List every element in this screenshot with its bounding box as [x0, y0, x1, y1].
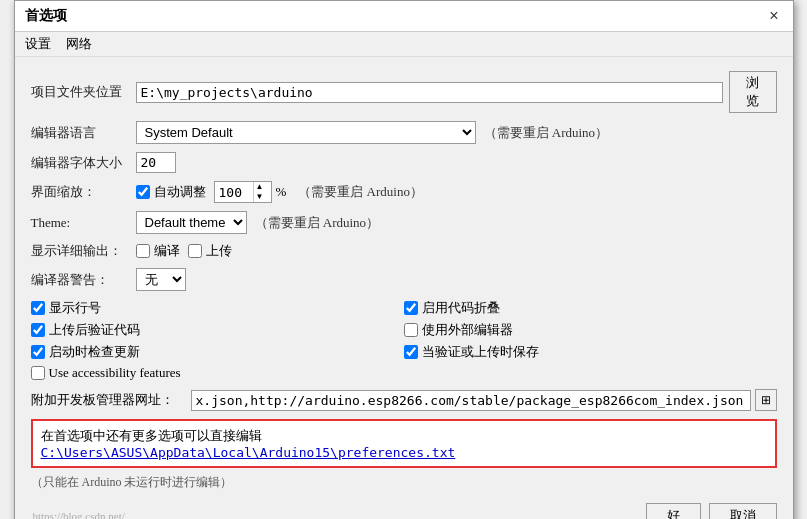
scale-up-arrow[interactable]: ▲ — [254, 182, 266, 192]
prefs-edit-label: 在首选项中还有更多选项可以直接编辑 — [41, 427, 767, 445]
save-verify-row: 当验证或上传时保存 — [404, 343, 777, 361]
scale-input[interactable] — [215, 183, 253, 202]
project-folder-row: 项目文件夹位置 浏览 — [31, 71, 777, 113]
editor-lang-select[interactable]: System Default — [136, 121, 476, 144]
scale-arrows: ▲ ▼ — [253, 182, 266, 202]
show-line-checkbox[interactable] — [31, 301, 45, 315]
upload-verify-row: 上传后验证代码 — [31, 321, 404, 339]
code-folding-row: 启用代码折叠 — [404, 299, 777, 317]
editor-lang-note: （需要重启 Arduino） — [484, 124, 609, 142]
upload-verify-label: 上传后验证代码 — [49, 321, 140, 339]
code-folding-label: 启用代码折叠 — [422, 299, 500, 317]
save-verify-label: 当验证或上传时保存 — [422, 343, 539, 361]
editor-font-label: 编辑器字体大小 — [31, 154, 136, 172]
content-area: 项目文件夹位置 浏览 编辑器语言 System Default （需要重启 Ar… — [15, 57, 793, 519]
startup-update-row: 启动时检查更新 — [31, 343, 404, 361]
col-left: 显示行号 上传后验证代码 启动时检查更新 Use accessibility f… — [31, 299, 404, 385]
preferences-dialog: 首选项 × 设置 网络 项目文件夹位置 浏览 编辑器语言 System Defa… — [14, 0, 794, 519]
close-button[interactable]: × — [765, 7, 782, 25]
show-line-label: 显示行号 — [49, 299, 101, 317]
save-verify-checkbox[interactable] — [404, 345, 418, 359]
checkboxes-section: 显示行号 上传后验证代码 启动时检查更新 Use accessibility f… — [31, 299, 777, 385]
external-editor-label: 使用外部编辑器 — [422, 321, 513, 339]
title-bar: 首选项 × — [15, 1, 793, 32]
editor-font-input[interactable] — [136, 152, 176, 173]
accessibility-label: Use accessibility features — [49, 365, 181, 381]
theme-note: （需要重启 Arduino） — [255, 214, 380, 232]
verbose-row: 显示详细输出： 编译 上传 — [31, 242, 777, 260]
verbose-upload-checkbox[interactable] — [188, 244, 202, 258]
startup-update-label: 启动时检查更新 — [49, 343, 140, 361]
prefs-note: （只能在 Arduino 未运行时进行编辑） — [31, 474, 777, 491]
editor-font-row: 编辑器字体大小 — [31, 152, 777, 173]
external-editor-checkbox[interactable] — [404, 323, 418, 337]
accessibility-checkbox[interactable] — [31, 366, 45, 380]
scale-auto-checkbox[interactable] — [136, 185, 150, 199]
browse-button[interactable]: 浏览 — [729, 71, 776, 113]
watermark: https://blog.csdn.net/ — [31, 510, 125, 519]
show-line-row: 显示行号 — [31, 299, 404, 317]
scale-down-arrow[interactable]: ▼ — [254, 192, 266, 202]
code-folding-checkbox[interactable] — [404, 301, 418, 315]
ok-button[interactable]: 好 — [646, 503, 701, 519]
menu-settings[interactable]: 设置 — [25, 36, 51, 51]
menu-bar: 设置 网络 — [15, 32, 793, 57]
scale-row: 界面缩放： 自动调整 ▲ ▼ % （需要重启 Arduino） — [31, 181, 777, 203]
editor-lang-label: 编辑器语言 — [31, 124, 136, 142]
prefs-path[interactable]: C:\Users\ASUS\AppData\Local\Arduino15\pr… — [41, 445, 767, 460]
dialog-title: 首选项 — [25, 7, 67, 25]
verbose-compile-label: 编译 — [154, 242, 180, 260]
warn-select[interactable]: 无 — [136, 268, 186, 291]
warn-label: 编译器警告： — [31, 271, 136, 289]
button-row: https://blog.csdn.net/ 好 取消 — [31, 499, 777, 519]
startup-update-checkbox[interactable] — [31, 345, 45, 359]
verbose-upload-label: 上传 — [206, 242, 232, 260]
theme-select[interactable]: Default theme — [136, 211, 247, 234]
scale-auto-label: 自动调整 — [154, 183, 206, 201]
warn-row: 编译器警告： 无 — [31, 268, 777, 291]
scale-note: （需要重启 Arduino） — [298, 183, 423, 201]
project-folder-label: 项目文件夹位置 — [31, 83, 136, 101]
board-url-input[interactable] — [191, 390, 751, 411]
prefs-box: 在首选项中还有更多选项可以直接编辑 C:\Users\ASUS\AppData\… — [31, 419, 777, 468]
external-editor-row: 使用外部编辑器 — [404, 321, 777, 339]
board-url-row: 附加开发板管理器网址： ⊞ — [31, 389, 777, 411]
menu-network[interactable]: 网络 — [66, 36, 92, 51]
scale-spinner: ▲ ▼ — [214, 181, 272, 203]
upload-verify-checkbox[interactable] — [31, 323, 45, 337]
accessibility-row: Use accessibility features — [31, 365, 404, 381]
scale-percent: % — [276, 184, 287, 200]
board-url-edit-button[interactable]: ⊞ — [755, 389, 777, 411]
verbose-label: 显示详细输出： — [31, 242, 136, 260]
col-right: 启用代码折叠 使用外部编辑器 当验证或上传时保存 — [404, 299, 777, 385]
theme-label: Theme: — [31, 215, 136, 231]
verbose-compile-checkbox[interactable] — [136, 244, 150, 258]
cancel-button[interactable]: 取消 — [709, 503, 777, 519]
project-folder-input[interactable] — [136, 82, 724, 103]
scale-label: 界面缩放： — [31, 183, 136, 201]
board-url-label: 附加开发板管理器网址： — [31, 391, 191, 409]
editor-lang-row: 编辑器语言 System Default （需要重启 Arduino） — [31, 121, 777, 144]
theme-row: Theme: Default theme （需要重启 Arduino） — [31, 211, 777, 234]
